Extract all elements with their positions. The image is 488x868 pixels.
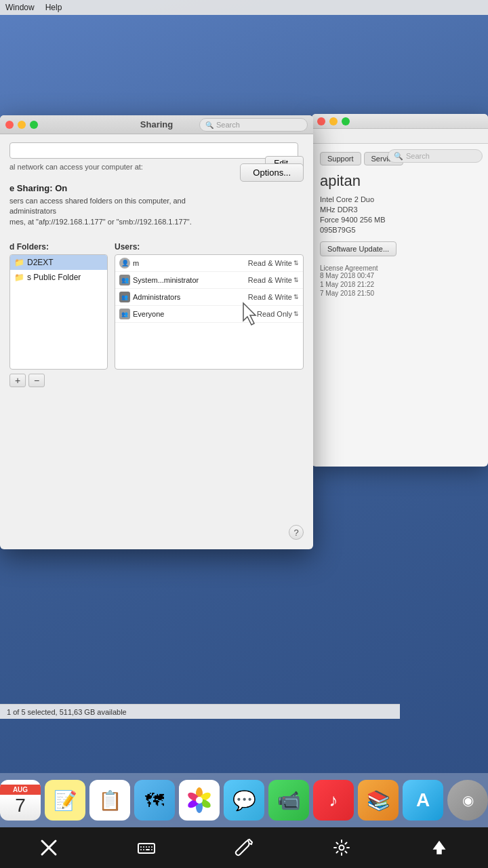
user-perm-1: Read & Write ⇅ xyxy=(248,276,299,284)
about-content: Support Service apitan Intel Core 2 Duo … xyxy=(312,144,488,307)
date-row-0: 8 May 2018 00:47 xyxy=(320,272,480,279)
users-list: 👤 m Read & Write ⇅ 👥 System...ministrato… xyxy=(115,254,304,370)
dock-icon-calendar[interactable]: AUG 7 xyxy=(0,780,41,821)
perm-arrows-3[interactable]: ⇅ xyxy=(293,311,299,317)
calendar-month: AUG xyxy=(0,785,41,795)
dock-icon-music[interactable]: ♪ xyxy=(313,780,354,821)
sharing-titlebar-dots xyxy=(5,121,38,129)
about-titlebar xyxy=(312,114,488,129)
maximize-dot[interactable] xyxy=(342,117,350,125)
sharing-maximize-dot[interactable] xyxy=(30,121,38,129)
wrench-icon xyxy=(235,838,253,857)
options-button[interactable]: Options... xyxy=(240,163,304,182)
perm-arrows-0[interactable]: ⇅ xyxy=(293,260,299,267)
close-button[interactable] xyxy=(35,834,62,861)
about-memory: MHz DDR3 xyxy=(320,205,480,214)
sharing-title: Sharing xyxy=(140,119,173,130)
about-tab-support[interactable]: Support xyxy=(320,152,361,165)
file-sharing-status: e Sharing: On xyxy=(9,183,304,193)
folder-item-1[interactable]: 📁 s Public Folder xyxy=(10,270,107,285)
menubar: Window Help xyxy=(0,0,488,15)
svg-point-7 xyxy=(196,797,203,804)
folders-header: d Folders: xyxy=(9,242,108,252)
user-icon-3: 👥 xyxy=(119,309,130,319)
appstore-icon: A xyxy=(416,789,430,811)
close-dot[interactable] xyxy=(317,117,325,125)
settings-button[interactable] xyxy=(328,834,355,861)
dock-icon-reminders[interactable]: 📋 xyxy=(89,780,130,821)
about-gpu: Force 9400 256 MB xyxy=(320,216,480,224)
dock-icon-maps[interactable]: 🗺 xyxy=(134,780,175,821)
photos-icon xyxy=(184,785,214,815)
folder-add-remove-btns: + − xyxy=(9,374,108,387)
perm-arrows-1[interactable]: ⇅ xyxy=(293,277,299,283)
reminders-icon: 📋 xyxy=(98,789,122,812)
facetime-icon: 📹 xyxy=(277,789,301,812)
about-search-bar[interactable]: 🔍 Search xyxy=(388,149,483,163)
download-icon xyxy=(430,838,449,857)
keyboard-button[interactable] xyxy=(133,834,160,861)
sharing-minimize-dot[interactable] xyxy=(18,121,26,129)
dock-icon-extra[interactable]: ◉ xyxy=(447,780,488,821)
music-icon: ♪ xyxy=(329,790,338,811)
about-titlebar-dots xyxy=(317,117,350,125)
dock-icon-facetime[interactable]: 📹 xyxy=(268,780,309,821)
sharing-close-dot[interactable] xyxy=(5,121,14,129)
desktop: Window Help 🔍 Search Support Service api… xyxy=(0,0,488,868)
sharing-titlebar: Sharing 🔍 Search xyxy=(0,115,313,134)
dock-icon-photos[interactable] xyxy=(179,780,220,821)
about-serial: 095B79G5 xyxy=(320,226,480,234)
dock-icon-appstore[interactable]: A xyxy=(403,780,443,821)
close-icon xyxy=(39,838,58,857)
user-name-2: Administrators xyxy=(133,293,245,301)
menubar-help[interactable]: Help xyxy=(45,3,62,12)
software-update-button[interactable]: Software Update... xyxy=(320,241,396,256)
desc-line1: sers can access shared folders on this c… xyxy=(9,196,199,217)
users-header: Users: xyxy=(115,242,304,252)
remove-folder-button[interactable]: − xyxy=(28,374,45,387)
user-perm-2: Read & Write ⇅ xyxy=(248,293,299,301)
extra-icon: ◉ xyxy=(462,792,474,808)
sharing-search-placeholder: Search xyxy=(216,121,240,129)
dock-icon-books[interactable]: 📚 xyxy=(358,780,399,821)
user-row-0: 👤 m Read & Write ⇅ xyxy=(115,255,303,272)
notes-icon: 📝 xyxy=(54,789,77,812)
calendar-day: 7 xyxy=(15,795,26,816)
license-section: License Agreement 8 May 2018 00:47 1 May… xyxy=(320,264,480,297)
user-perm-3: Read Only ⇅ xyxy=(257,310,299,318)
minimize-dot[interactable] xyxy=(329,117,338,125)
keyboard-icon xyxy=(137,838,156,857)
about-this-mac-window: 🔍 Search Support Service apitan Intel Co… xyxy=(312,114,488,467)
sharing-search-bar[interactable]: 🔍 Search xyxy=(199,118,308,132)
license-label: License Agreement xyxy=(320,264,480,272)
folder-name-1: s Public Folder xyxy=(27,273,81,282)
computer-name-row xyxy=(9,142,304,159)
settings-icon xyxy=(332,838,351,857)
dock-icon-messages[interactable]: 💬 xyxy=(224,780,264,821)
folder-item-0[interactable]: 📁 D2EXT xyxy=(10,255,107,270)
user-icon-2: 👥 xyxy=(119,292,130,302)
menubar-window[interactable]: Window xyxy=(5,3,35,12)
about-search-placeholder: Search xyxy=(406,152,430,160)
user-perm-0: Read & Write ⇅ xyxy=(248,259,299,267)
perm-arrows-2[interactable]: ⇅ xyxy=(293,294,299,300)
user-name-3: Everyone xyxy=(133,310,254,318)
computer-name-input[interactable] xyxy=(9,142,298,159)
help-button[interactable]: ? xyxy=(289,525,304,540)
maps-icon: 🗺 xyxy=(145,789,164,812)
dock: AUG 7 📝 📋 🗺 💬 xyxy=(0,773,488,827)
users-column: Users: 👤 m Read & Write ⇅ 👥 xyxy=(115,242,304,387)
books-icon: 📚 xyxy=(367,789,390,812)
user-row-3: 👥 Everyone Read Only ⇅ xyxy=(115,306,303,323)
user-name-1: System...ministrator xyxy=(133,276,245,284)
add-folder-button[interactable]: + xyxy=(9,374,26,387)
user-icon-1: 👥 xyxy=(119,275,130,285)
wrench-button[interactable] xyxy=(230,834,258,861)
messages-icon: 💬 xyxy=(232,789,256,812)
finder-statusbar-text: 1 of 5 selected, 511,63 GB available xyxy=(7,708,127,716)
folder-name-0: D2EXT xyxy=(27,258,54,267)
user-name-0: m xyxy=(133,259,245,267)
download-button[interactable] xyxy=(426,834,453,861)
dock-icon-notes[interactable]: 📝 xyxy=(45,780,85,821)
user-row-2: 👥 Administrators Read & Write ⇅ xyxy=(115,289,303,306)
